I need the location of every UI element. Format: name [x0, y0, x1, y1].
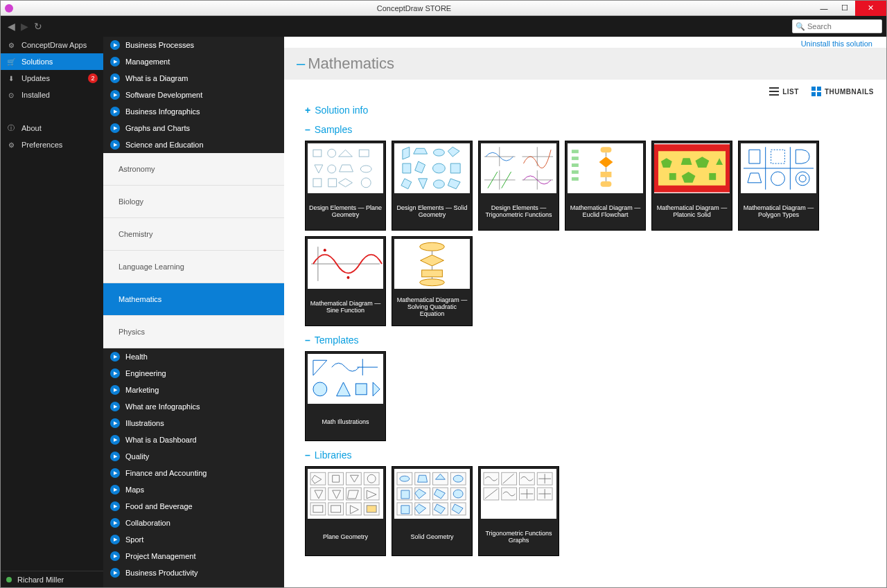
tree-business-productivity[interactable]: ▶Business Productivity [103, 564, 284, 581]
tree-label: Food and Beverage [125, 502, 193, 510]
card-mathematical-diagram-sine-function[interactable]: Mathematical Diagram — Sine Function [305, 236, 386, 326]
maximize-button[interactable]: ☐ [834, 1, 855, 16]
svg-marker-17 [328, 179, 337, 187]
tree-project-management[interactable]: ▶Project Management [103, 548, 284, 564]
card-mathematical-diagram-polygon-types[interactable]: Mathematical Diagram — Polygon Types [738, 141, 819, 231]
tree-sport[interactable]: ▶Sport [103, 531, 284, 548]
tree-business-processes[interactable]: ▶Business Processes [103, 37, 284, 53]
svg-point-131 [453, 490, 463, 498]
tree-what-is-a-dashboard[interactable]: ▶What is a Dashboard [103, 431, 284, 448]
card-plane-geometry[interactable]: Plane Geometry [305, 466, 386, 556]
nav-about[interactable]: ⓘAbout [1, 120, 103, 136]
expand-icon: ▶ [110, 107, 120, 116]
tree-management[interactable]: ▶Management [103, 53, 284, 70]
tree-illustrations[interactable]: ▶Illustrations [103, 415, 284, 431]
nav-updates[interactable]: ⬇Updates2 [1, 70, 103, 87]
svg-rect-40 [601, 147, 612, 152]
tree-what-is-a-diagram[interactable]: ▶What is a Diagram [103, 70, 284, 87]
tree-graphs-and-charts[interactable]: ▶Graphs and Charts [103, 120, 284, 136]
svg-rect-50 [572, 170, 579, 174]
tree-label: Engineering [125, 369, 166, 377]
svg-point-0 [5, 4, 13, 12]
search-input[interactable] [807, 22, 877, 30]
thumbnail [481, 469, 556, 519]
reload-button[interactable]: ↻ [34, 21, 42, 32]
section-solution-info[interactable]: +Solution info [305, 105, 874, 116]
section-templates[interactable]: –Templates [305, 335, 874, 346]
svg-marker-23 [448, 147, 459, 157]
search-box[interactable]: 🔍 [792, 19, 882, 33]
card-label: Mathematical Diagram — Solving Quadratic… [392, 291, 472, 326]
tree-biology[interactable]: Biology [103, 186, 284, 218]
view-list-button[interactable]: LIST [769, 87, 799, 96]
svg-point-22 [433, 149, 444, 156]
expand-icon: ▶ [110, 368, 120, 378]
nav-solutions[interactable]: 🛒Solutions [1, 53, 103, 70]
tree-quality[interactable]: ▶Quality [103, 448, 284, 465]
tree-marketing[interactable]: ▶Marketing [103, 382, 284, 398]
tree-label: Language Learning [118, 262, 184, 271]
svg-rect-5 [817, 87, 821, 91]
content-pane: Uninstall this solution –Mathematics LIS… [284, 37, 886, 587]
tree-mathematics[interactable]: Mathematics [103, 283, 284, 316]
tree-science-and-education[interactable]: ▶Science and Education [103, 136, 284, 153]
expand-icon: ▶ [110, 568, 120, 578]
user-footer[interactable]: Richard Miller [1, 571, 103, 587]
card-mathematical-diagram-euclid-flowchart[interactable]: Mathematical Diagram — Euclid Flowchart [565, 141, 646, 231]
tree-maps[interactable]: ▶Maps [103, 481, 284, 498]
tree-label: Marketing [125, 386, 159, 394]
tree-language-learning[interactable]: Language Learning [103, 251, 284, 283]
nav-preferences[interactable]: ⚙Preferences [1, 136, 103, 153]
tree-physics[interactable]: Physics [103, 316, 284, 348]
card-mathematical-diagram-platonic-solid[interactable]: Mathematical Diagram — Platonic Solid [651, 141, 732, 231]
uninstall-link[interactable]: Uninstall this solution [801, 39, 872, 48]
card-mathematical-diagram-solving-quadratic-equation[interactable]: Mathematical Diagram — Solving Quadratic… [392, 236, 473, 326]
tree-food-and-beverage[interactable]: ▶Food and Beverage [103, 498, 284, 515]
forward-button[interactable]: ▶ [21, 21, 28, 32]
card-design-elements-trigonometric-functions[interactable]: Design Elements — Trigonometric Function… [478, 141, 559, 231]
expand-icon: ▶ [110, 73, 120, 83]
section-libraries[interactable]: –Libraries [305, 449, 874, 461]
tree-label: Finance and Accounting [125, 469, 207, 477]
svg-point-77 [420, 279, 445, 286]
svg-rect-88 [310, 472, 326, 485]
thumbnail [308, 239, 383, 289]
tree-astronomy[interactable]: Astronomy [103, 153, 284, 186]
minimize-button[interactable]: — [814, 1, 834, 16]
tree-collaboration[interactable]: ▶Collaboration [103, 515, 284, 531]
section-samples[interactable]: –Samples [305, 124, 874, 135]
card-trigonometric-functions-graphs[interactable]: Trigonometric Functions Graphs [478, 466, 559, 556]
card-design-elements-solid-geometry[interactable]: Design Elements — Solid Geometry [392, 141, 473, 231]
tree-what-are-infographics[interactable]: ▶What are Infographics [103, 398, 284, 415]
tree-finance-and-accounting[interactable]: ▶Finance and Accounting [103, 465, 284, 481]
svg-point-73 [346, 276, 349, 279]
tree-business-infographics[interactable]: ▶Business Infographics [103, 103, 284, 120]
tree-engineering[interactable]: ▶Engineering [103, 365, 284, 382]
tree-chemistry[interactable]: Chemistry [103, 218, 284, 251]
back-button[interactable]: ◀ [8, 21, 15, 32]
card-label: Solid Geometry [392, 521, 472, 555]
card-math-illustrations[interactable]: Math Illustrations [305, 351, 386, 441]
card-design-elements-plane-geometry[interactable]: Design Elements — Plane Geometry [305, 141, 386, 231]
gear-icon: ⚙ [6, 140, 16, 150]
svg-rect-11 [359, 150, 369, 157]
thumbnail [308, 469, 383, 519]
card-label: Design Elements — Plane Geometry [306, 195, 385, 230]
expand-icon: ▶ [110, 468, 120, 478]
svg-marker-25 [415, 161, 425, 173]
svg-marker-10 [339, 150, 353, 157]
tree-label: Management [125, 57, 170, 66]
tree-health[interactable]: ▶Health [103, 348, 284, 365]
thumbnail [394, 143, 470, 193]
tree-software-development[interactable]: ▶Software Development [103, 87, 284, 103]
expand-icon: ▶ [110, 402, 120, 411]
nav-installed[interactable]: ⊙Installed [1, 87, 103, 103]
expand-icon: ▶ [110, 90, 120, 100]
svg-point-9 [328, 149, 336, 157]
card-solid-geometry[interactable]: Solid Geometry [392, 466, 473, 556]
svg-rect-49 [572, 163, 579, 167]
view-thumbnails-button[interactable]: THUMBNAILS [811, 87, 874, 96]
tree-label: Biology [118, 197, 143, 206]
nav-conceptdraw-apps[interactable]: ⚙ConceptDraw Apps [1, 37, 103, 53]
close-button[interactable]: ✕ [855, 1, 886, 16]
